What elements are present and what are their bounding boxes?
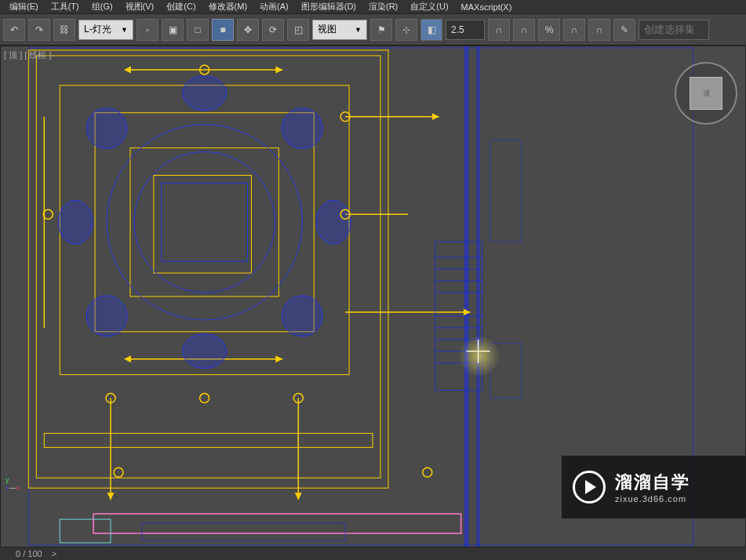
coord-system-label: 视图 — [318, 23, 337, 36]
svg-point-30 — [282, 296, 322, 336]
edit-named-icon[interactable]: ✎ — [613, 19, 635, 41]
angle-spinner[interactable]: 2.5 — [446, 20, 485, 40]
snap-angle-icon[interactable]: ∩ — [488, 19, 510, 41]
main-toolbar: ↶ ↷ ⛓ L-灯光 ▼ ▫ ▣ □ ■ ✥ ⟳ ◰ 视图 ▼ ⚑ ⊹ ◧ 2.… — [0, 14, 746, 45]
menu-edit[interactable]: 编辑(E) — [3, 1, 45, 13]
link-icon[interactable]: ⛓ — [53, 19, 75, 41]
viewport-label[interactable]: [ 顶 ] [ 线框 ] — [4, 49, 52, 61]
viewcube-ring-icon[interactable]: 顶 — [675, 62, 737, 125]
axis-y-icon: y — [5, 476, 29, 484]
pivot-icon[interactable]: ⚑ — [370, 19, 392, 41]
axis-z-icon: z — [5, 484, 9, 492]
select-region-icon[interactable]: □ — [187, 19, 209, 41]
svg-rect-7 — [44, 433, 373, 447]
svg-rect-52 — [142, 523, 345, 540]
menu-render[interactable]: 渲染(R) — [362, 1, 404, 13]
svg-rect-4 — [490, 344, 522, 398]
svg-rect-22 — [162, 183, 248, 261]
viewport-shading-label: [ 线框 ] — [24, 50, 51, 60]
svg-point-24 — [183, 334, 227, 369]
dropdown-arrow-icon: ▼ — [355, 26, 362, 34]
svg-point-21 — [134, 152, 275, 293]
svg-point-31 — [43, 209, 53, 219]
svg-rect-51 — [60, 519, 111, 543]
svg-rect-3 — [490, 140, 522, 242]
rotate-icon[interactable]: ⟳ — [262, 19, 284, 41]
menu-anim[interactable]: 动画(A) — [253, 1, 295, 13]
selection-set-input[interactable] — [639, 20, 709, 40]
spinner-value: 2.5 — [451, 24, 464, 35]
viewcube-face[interactable]: 顶 — [690, 77, 722, 110]
undo-icon[interactable]: ↶ — [3, 19, 25, 41]
timeline-expand-button[interactable]: > — [52, 549, 56, 558]
play-icon — [573, 471, 606, 504]
statusbar: 0 / 100 > — [0, 547, 746, 560]
svg-point-28 — [282, 108, 322, 149]
coord-system-dropdown[interactable]: 视图 ▼ — [312, 20, 367, 40]
menu-tool[interactable]: 工具(T) — [45, 1, 86, 13]
scale-icon[interactable]: ◰ — [287, 19, 309, 41]
svg-point-23 — [183, 76, 227, 111]
svg-point-25 — [58, 200, 93, 244]
move-icon[interactable]: ✥ — [237, 19, 259, 41]
menu-group[interactable]: 组(G) — [86, 1, 119, 13]
snap-percent-icon[interactable]: ∩ — [513, 19, 535, 41]
snap-lock-icon[interactable]: ∩ — [588, 19, 610, 41]
menu-view[interactable]: 视图(V) — [119, 1, 161, 13]
svg-rect-5 — [28, 50, 388, 488]
layer-dropdown-label: L-灯光 — [84, 23, 111, 36]
watermark: 溜溜自学 zixue.3d66.com — [562, 456, 745, 518]
snap-icon[interactable]: ⊹ — [395, 19, 417, 41]
layer-dropdown[interactable]: L-灯光 ▼ — [78, 20, 133, 40]
svg-rect-9 — [95, 113, 314, 332]
menu-create[interactable]: 创建(C) — [160, 1, 202, 13]
svg-point-27 — [86, 108, 127, 149]
main-menubar: 编辑(E) 工具(T) 组(G) 视图(V) 创建(C) 修改器(M) 动画(A… — [0, 0, 746, 14]
mirror-icon[interactable]: ◧ — [420, 19, 442, 41]
viewcube[interactable]: 顶 — [675, 62, 737, 125]
watermark-title: 溜溜自学 — [615, 471, 690, 494]
select-window-icon[interactable]: ■ — [212, 19, 234, 41]
axis-x-icon: x — [16, 484, 20, 492]
axis-gizmo-icon: y z—x — [5, 476, 29, 500]
redo-icon[interactable]: ↷ — [28, 19, 50, 41]
menu-graph[interactable]: 图形编辑器(D) — [295, 1, 362, 13]
percent-icon[interactable]: % — [538, 19, 560, 41]
svg-rect-11 — [154, 175, 252, 273]
menu-custom[interactable]: 自定义(U) — [404, 1, 454, 13]
select-object-icon[interactable]: ▫ — [136, 19, 158, 41]
dropdown-arrow-icon: ▼ — [121, 26, 128, 34]
svg-point-35 — [200, 394, 209, 403]
select-name-icon[interactable]: ▣ — [162, 19, 184, 41]
svg-rect-6 — [36, 56, 380, 478]
svg-point-29 — [86, 296, 127, 336]
viewport-view-label: [ 顶 ] — [4, 50, 22, 60]
svg-rect-10 — [130, 148, 278, 296]
viewport[interactable]: [ 顶 ] [ 线框 ] — [0, 45, 746, 547]
svg-point-20 — [107, 125, 302, 320]
watermark-subtitle: zixue.3d66.com — [615, 494, 690, 504]
svg-point-26 — [316, 200, 351, 244]
menu-modifier[interactable]: 修改器(M) — [202, 1, 254, 13]
snap-toggle-icon[interactable]: ∩ — [563, 19, 585, 41]
svg-point-38 — [114, 467, 123, 477]
frame-counter: 0 / 100 — [16, 549, 42, 558]
svg-point-39 — [423, 467, 432, 477]
menu-maxscript[interactable]: MAXscript(X) — [455, 2, 519, 12]
